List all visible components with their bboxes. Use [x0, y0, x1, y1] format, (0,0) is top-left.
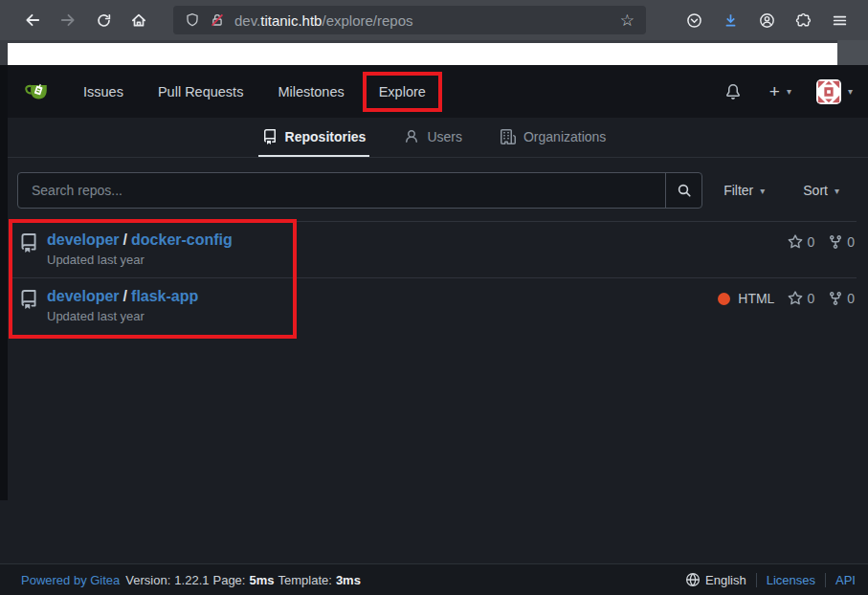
filter-dropdown[interactable]: Filter ▾: [723, 183, 765, 198]
nav-issues[interactable]: Issues: [83, 84, 123, 99]
template-time-value: 3ms: [336, 573, 361, 587]
repo-name-link[interactable]: flask-app: [131, 288, 198, 304]
powered-by-gitea-link[interactable]: Powered by Gitea: [21, 573, 120, 587]
reload-button[interactable]: [88, 5, 119, 35]
repo-separator: /: [123, 231, 127, 248]
fork-icon: [828, 234, 843, 250]
api-link[interactable]: API: [835, 573, 856, 587]
forward-button[interactable]: [53, 5, 83, 35]
tab-users-label: Users: [427, 129, 462, 144]
version-label: Version:: [125, 573, 170, 587]
page-time-value: 5ms: [249, 573, 274, 587]
repo-row-docker-config: developer/docker-config Updated last yea…: [10, 221, 857, 277]
star-count: 0: [788, 234, 814, 250]
home-button[interactable]: [123, 5, 154, 35]
avatar-chevron-down-icon[interactable]: ▾: [848, 86, 853, 97]
fork-count-value: 0: [847, 291, 855, 306]
version-value: 1.22.1: [174, 573, 209, 587]
search-row: Filter ▾ Sort ▾: [17, 172, 839, 209]
repo-icon: [19, 290, 38, 309]
search-input[interactable]: [18, 173, 665, 208]
licenses-link[interactable]: Licenses: [767, 573, 815, 587]
gitea-page: Issues Pull Requests Milestones Explore …: [0, 65, 868, 595]
avatar[interactable]: [816, 79, 841, 104]
filter-label: Filter: [723, 183, 753, 198]
repo-icon: [19, 233, 38, 253]
language-value: English: [705, 573, 746, 587]
chevron-down-icon: ▾: [787, 86, 791, 97]
footer-divider: [756, 573, 757, 587]
url-bar[interactable]: dev.titanic.htb/explore/repos ☆: [173, 6, 646, 34]
tab-users[interactable]: Users: [400, 118, 466, 157]
star-count-value: 0: [807, 234, 814, 250]
navbar-right: + ▾ ▾: [725, 79, 853, 104]
star-icon: [788, 234, 803, 250]
repo-name-link[interactable]: docker-config: [131, 231, 233, 248]
search-icon: [677, 183, 692, 198]
organization-icon: [501, 129, 516, 144]
repo-meta: 0 0: [788, 234, 855, 250]
search-button[interactable]: [665, 173, 701, 208]
repo-main: developer/docker-config Updated last yea…: [47, 231, 788, 267]
toolbar-action-buttons: [679, 5, 855, 35]
repo-meta: HTML 0 0: [718, 291, 855, 306]
fork-count: 0: [828, 291, 855, 306]
repo-updated: Updated last year: [47, 253, 788, 267]
fork-count: 0: [828, 234, 855, 250]
footer-left: Powered by Gitea Version: 1.22.1 Page: 5…: [21, 573, 361, 587]
repo-icon: [262, 129, 278, 144]
repo-list: developer/docker-config Updated last yea…: [10, 221, 857, 334]
repo-title: developer/flask-app: [47, 288, 718, 305]
repo-title: developer/docker-config: [47, 231, 788, 249]
insecure-lock-icon[interactable]: [210, 12, 225, 28]
plus-icon: +: [769, 82, 780, 100]
url-path: /explore/repos: [322, 12, 412, 29]
browser-toolbar: dev.titanic.htb/explore/repos ☆: [0, 0, 868, 40]
language-badge: HTML: [718, 291, 774, 306]
left-edge-strip: [0, 65, 8, 500]
footer: Powered by Gitea Version: 1.22.1 Page: 5…: [0, 563, 868, 595]
star-count-value: 0: [807, 291, 814, 306]
sort-dropdown[interactable]: Sort ▾: [803, 183, 839, 198]
fork-count-value: 0: [847, 234, 855, 250]
chevron-down-icon: ▾: [835, 186, 839, 196]
notifications-bell-icon[interactable]: [725, 84, 741, 99]
footer-right: English Licenses API: [686, 573, 856, 587]
language-menu[interactable]: English: [686, 573, 746, 587]
person-icon: [404, 129, 419, 144]
url-subdomain: dev.: [234, 12, 260, 29]
nav-pull-requests[interactable]: Pull Requests: [158, 84, 243, 99]
toolbar-nav-buttons: [17, 5, 154, 35]
page-time-label: Page:: [212, 573, 245, 587]
download-icon[interactable]: [715, 5, 746, 35]
extensions-puzzle-icon[interactable]: [788, 5, 818, 35]
white-strip: [8, 43, 837, 65]
account-icon[interactable]: [751, 5, 782, 35]
screen: dev.titanic.htb/explore/repos ☆: [0, 0, 868, 595]
sort-label: Sort: [803, 183, 828, 198]
footer-divider: [825, 573, 826, 587]
repo-updated: Updated last year: [47, 309, 718, 323]
url-host: titanic.htb: [260, 12, 322, 29]
page-top-band: [0, 40, 868, 65]
nav-milestones[interactable]: Milestones: [278, 84, 344, 99]
repo-owner-link[interactable]: developer: [47, 231, 120, 248]
url-text: dev.titanic.htb/explore/repos: [234, 12, 620, 29]
back-button[interactable]: [17, 5, 48, 35]
bookmark-star-icon[interactable]: ☆: [620, 12, 634, 29]
tracking-shield-icon[interactable]: [185, 12, 200, 28]
tab-repositories[interactable]: Repositories: [258, 118, 370, 157]
band-corner: [837, 40, 868, 65]
nav-explore[interactable]: Explore: [379, 84, 426, 99]
tab-organizations-label: Organizations: [523, 129, 606, 144]
create-new-dropdown[interactable]: + ▾: [769, 82, 791, 100]
language-dot-icon: [718, 293, 730, 305]
gitea-logo-icon[interactable]: [25, 78, 52, 105]
menu-hamburger-icon[interactable]: [824, 5, 855, 35]
pocket-icon[interactable]: [679, 5, 709, 35]
repo-separator: /: [123, 288, 127, 304]
star-icon: [788, 291, 803, 306]
repo-row-flask-app: developer/flask-app Updated last year HT…: [10, 277, 857, 334]
repo-owner-link[interactable]: developer: [47, 288, 120, 304]
tab-organizations[interactable]: Organizations: [497, 118, 610, 157]
